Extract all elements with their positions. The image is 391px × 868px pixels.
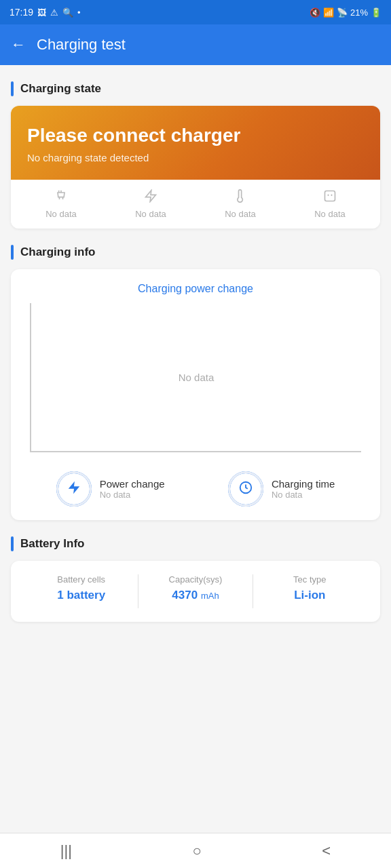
plug-icon: [54, 189, 68, 206]
status-bar: 17:19 🖼 ⚠ 🔍 • 🔇 📶 📡 21% 🔋: [0, 0, 391, 24]
back-nav-button[interactable]: <: [308, 837, 344, 865]
charging-state-card: Please connect charger No charging state…: [11, 106, 380, 229]
status-time: 17:19 🖼 ⚠ 🔍 •: [10, 7, 81, 18]
lightning-icon: [67, 480, 81, 498]
banner-title: Please connect charger: [27, 125, 364, 146]
battery-capacity-label: Capacity(sys): [169, 574, 223, 585]
battery-info-card: Battery cells 1 battery Capacity(sys) 43…: [11, 561, 380, 622]
charging-state-label: Charging state: [20, 82, 101, 96]
battery-cells-value: 1 battery: [57, 589, 105, 602]
chart-title: Charging power change: [24, 283, 367, 295]
app-header: ← Charging test: [0, 24, 391, 65]
battery-level: 21%: [350, 7, 368, 18]
bottom-navigation: ||| ○ <: [0, 833, 391, 868]
battery-capacity-value: 4370 mAh: [172, 589, 219, 602]
battery-info-label: Battery Info: [20, 537, 84, 551]
charging-metrics: No data No data No data: [11, 180, 380, 229]
recent-apps-button[interactable]: |||: [47, 837, 86, 865]
metric-temp: No data: [225, 189, 256, 219]
metric-temp-value: No data: [225, 209, 256, 219]
battery-metrics: Battery cells 1 battery Capacity(sys) 43…: [24, 574, 367, 608]
charging-time-icon: [228, 471, 263, 507]
main-content: Charging state Please connect charger No…: [0, 65, 391, 686]
section-bar-2: [11, 245, 14, 260]
charging-time-value: No data: [272, 490, 335, 500]
metric-current-value: No data: [135, 209, 166, 219]
power-change-icon: [56, 471, 92, 507]
warning-icon: ⚠: [50, 7, 58, 18]
metric-power-value: No data: [314, 209, 346, 219]
muted-icon: 🔇: [310, 7, 320, 18]
stat-charging-time: Charging time No data: [228, 471, 335, 507]
section-bar: [11, 81, 14, 96]
charging-info-card: Charging power change No data Power chan…: [11, 269, 380, 520]
metric-power: No data: [314, 189, 346, 219]
clock-icon: [238, 480, 253, 498]
battery-capacity-metric: Capacity(sys) 4370 mAh: [138, 574, 252, 602]
charging-stats: Power change No data Charging time No da…: [24, 463, 367, 507]
battery-cells-label: Battery cells: [57, 574, 105, 585]
back-button[interactable]: ←: [11, 36, 26, 54]
signal-icon: 📡: [337, 7, 348, 18]
chart-area: No data: [30, 303, 361, 452]
gallery-icon: 🖼: [37, 7, 46, 18]
temp-icon: [234, 189, 247, 206]
page-title: Charging test: [37, 36, 126, 54]
svg-point-5: [240, 481, 252, 493]
metric-voltage-value: No data: [45, 209, 77, 219]
charging-info-header: Charging info: [11, 245, 380, 260]
battery-tec-value: Li-ion: [294, 589, 325, 602]
charging-time-label: Charging time: [272, 478, 335, 490]
power-change-label: Power change: [100, 478, 165, 490]
stat-power-change: Power change No data: [56, 471, 165, 507]
home-button[interactable]: ○: [179, 837, 215, 865]
banner-subtitle: No charging state detected: [27, 152, 364, 163]
charging-time-text: Charging time No data: [272, 478, 335, 500]
battery-icon: 🔋: [371, 7, 381, 18]
current-icon: [144, 189, 157, 206]
capacity-number: 4370: [172, 589, 198, 601]
svg-marker-4: [68, 481, 79, 493]
battery-tec-metric: Tec type Li-ion: [253, 574, 367, 602]
outlet-icon: [323, 189, 337, 206]
wifi-icon: 📶: [323, 7, 334, 18]
charging-state-header: Charging state: [11, 81, 380, 96]
metric-current: No data: [135, 189, 166, 219]
battery-tec-label: Tec type: [293, 574, 326, 585]
metric-voltage: No data: [45, 189, 77, 219]
section-bar-3: [11, 536, 14, 551]
capacity-unit: mAh: [201, 591, 219, 601]
svg-rect-1: [324, 191, 335, 201]
battery-info-header: Battery Info: [11, 536, 380, 551]
charger-banner: Please connect charger No charging state…: [11, 106, 380, 180]
status-right: 🔇 📶 📡 21% 🔋: [310, 7, 381, 18]
time-display: 17:19: [10, 7, 33, 18]
charging-info-label: Charging info: [20, 245, 95, 259]
battery-cells-metric: Battery cells 1 battery: [24, 574, 138, 602]
search-icon: 🔍: [62, 7, 73, 18]
power-change-text: Power change No data: [100, 478, 165, 500]
dot-icon: •: [77, 7, 81, 18]
chart-no-data: No data: [179, 372, 215, 383]
svg-marker-0: [145, 191, 155, 202]
power-change-value: No data: [100, 490, 165, 500]
